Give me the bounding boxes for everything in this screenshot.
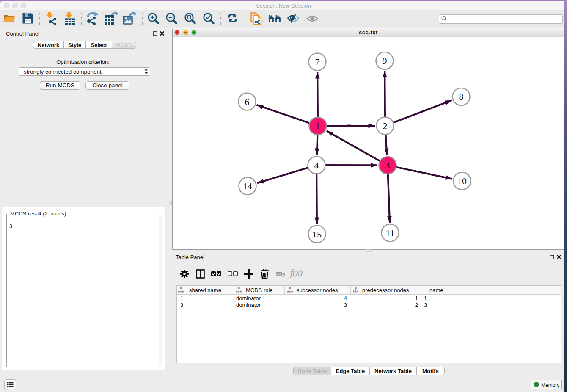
svg-text:4: 4 xyxy=(314,160,319,171)
svg-text:6: 6 xyxy=(245,97,250,107)
svg-text:14: 14 xyxy=(243,181,252,191)
svg-text:10: 10 xyxy=(457,176,467,186)
svg-text:2: 2 xyxy=(383,121,388,131)
svg-text:11: 11 xyxy=(385,228,394,238)
svg-text:15: 15 xyxy=(312,229,322,240)
svg-text:3: 3 xyxy=(385,160,390,171)
svg-text:8: 8 xyxy=(459,91,464,102)
svg-text:1: 1 xyxy=(316,121,320,131)
svg-text:9: 9 xyxy=(383,55,387,66)
svg-text:7: 7 xyxy=(315,57,320,67)
